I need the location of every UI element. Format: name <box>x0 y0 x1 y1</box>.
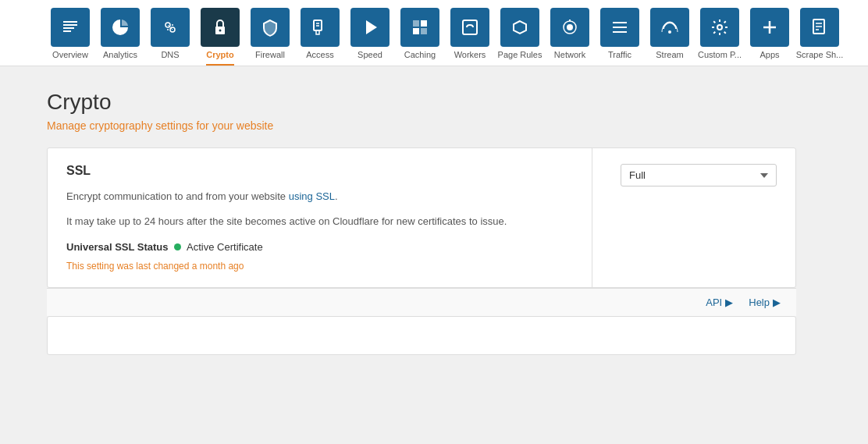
svg-marker-15 <box>366 20 377 34</box>
nav-item-dns[interactable]: DNS <box>147 8 194 66</box>
nav-label-caching: Caching <box>404 50 436 66</box>
nav-item-firewall[interactable]: Firewall <box>247 8 293 66</box>
top-nav-bar: Overview Analytics DNS Crypto Firewall <box>0 0 868 66</box>
ssl-note: It may take up to 24 hours after the sit… <box>66 214 573 229</box>
nav-label-apps: Apps <box>760 50 779 66</box>
speed-icon <box>350 8 390 47</box>
scrapeshield-icon <box>800 8 839 47</box>
nav-item-scrapeshield[interactable]: Scrape Sh... <box>796 8 843 66</box>
svg-rect-25 <box>613 22 627 23</box>
apps-icon <box>750 8 789 47</box>
help-link[interactable]: Help ▶ <box>749 297 781 308</box>
ssl-card-right: Full Off Flexible Full (Strict) <box>592 148 795 287</box>
nav-label-dns: DNS <box>161 50 179 66</box>
help-arrow-icon: ▶ <box>773 297 781 308</box>
help-label: Help <box>749 297 770 308</box>
nav-label-network: Network <box>554 50 585 66</box>
svg-rect-0 <box>63 21 77 23</box>
stream-icon <box>650 8 689 47</box>
nav-item-caching[interactable]: Caching <box>397 8 443 66</box>
caching-icon <box>400 8 439 47</box>
nav-label-pagerules: Page Rules <box>498 50 542 66</box>
ssl-status-dot <box>174 243 181 250</box>
nav-item-custom[interactable]: Custom P... <box>696 8 743 66</box>
svg-rect-17 <box>421 20 427 27</box>
svg-rect-12 <box>316 30 319 34</box>
nav-label-access: Access <box>306 50 333 66</box>
svg-rect-1 <box>63 24 77 26</box>
api-link[interactable]: API ▶ <box>706 297 733 308</box>
nav-label-overview: Overview <box>52 50 88 66</box>
workers-icon <box>450 8 489 47</box>
dns-icon <box>151 8 190 47</box>
nav-item-analytics[interactable]: Analytics <box>97 8 144 66</box>
second-card <box>47 316 796 355</box>
nav-item-stream[interactable]: Stream <box>646 8 693 66</box>
access-icon <box>301 8 340 47</box>
nav-item-crypto[interactable]: Crypto <box>197 8 244 66</box>
nav-label-stream: Stream <box>656 50 683 66</box>
nav-label-analytics: Analytics <box>103 50 137 66</box>
nav-item-access[interactable]: Access <box>297 8 343 66</box>
svg-point-7 <box>172 24 173 26</box>
ssl-section-title: SSL <box>66 164 573 178</box>
nav-label-workers: Workers <box>454 50 486 66</box>
nav-item-network[interactable]: Network <box>546 8 593 66</box>
ssl-desc-text1: Encrypt communication to and from your w… <box>66 190 289 202</box>
crypto-icon <box>201 8 240 47</box>
svg-point-22 <box>567 24 573 30</box>
nav-label-firewall: Firewall <box>255 50 285 66</box>
ssl-card-footer: API ▶ Help ▶ <box>47 288 796 316</box>
overview-icon <box>51 8 90 47</box>
ssl-status-row: Universal SSL Status Active Certificate <box>66 241 573 253</box>
svg-point-29 <box>717 25 722 30</box>
svg-rect-18 <box>413 28 419 34</box>
api-label: API <box>706 297 722 308</box>
ssl-desc-text2: . <box>335 190 338 202</box>
nav-icons-row: Overview Analytics DNS Crypto Firewall <box>47 8 821 66</box>
traffic-icon <box>600 8 639 47</box>
svg-rect-19 <box>421 28 427 34</box>
nav-item-pagerules[interactable]: Page Rules <box>496 8 543 66</box>
ssl-card-left: SSL Encrypt communication to and from yo… <box>48 148 592 287</box>
svg-point-6 <box>167 29 169 30</box>
pagerules-icon <box>500 8 539 47</box>
ssl-status-label: Universal SSL Status <box>66 241 169 253</box>
nav-label-custom: Custom P... <box>698 50 742 66</box>
nav-item-apps[interactable]: Apps <box>746 8 793 66</box>
analytics-icon <box>101 8 140 47</box>
network-icon <box>550 8 589 47</box>
page-title: Crypto <box>47 90 821 115</box>
ssl-card: SSL Encrypt communication to and from yo… <box>47 147 796 288</box>
api-arrow-icon: ▶ <box>725 297 733 308</box>
ssl-last-changed: This setting was last changed a month ag… <box>66 261 573 272</box>
nav-label-scrapeshield: Scrape Sh... <box>796 50 844 66</box>
ssl-status-text: Active Certificate <box>187 241 263 253</box>
svg-point-28 <box>668 30 671 34</box>
svg-rect-3 <box>63 30 71 32</box>
svg-marker-21 <box>514 21 526 34</box>
firewall-icon <box>251 8 290 47</box>
ssl-mode-dropdown[interactable]: Full Off Flexible Full (Strict) <box>621 164 777 186</box>
nav-item-traffic[interactable]: Traffic <box>596 8 643 66</box>
nav-label-speed: Speed <box>358 50 382 66</box>
svg-point-10 <box>219 30 222 32</box>
svg-rect-20 <box>463 20 477 34</box>
svg-rect-27 <box>613 31 627 33</box>
nav-item-overview[interactable]: Overview <box>47 8 94 66</box>
main-content: Crypto Manage cryptography settings for … <box>0 66 868 378</box>
ssl-description: Encrypt communication to and from your w… <box>66 189 573 204</box>
custom-icon <box>700 8 739 47</box>
svg-rect-26 <box>613 27 627 28</box>
svg-rect-16 <box>413 20 419 27</box>
nav-label-traffic: Traffic <box>608 50 631 66</box>
ssl-link[interactable]: using SSL <box>289 190 335 202</box>
nav-item-workers[interactable]: Workers <box>446 8 493 66</box>
nav-item-speed[interactable]: Speed <box>347 8 393 66</box>
page-subtitle: Manage cryptography settings for your we… <box>47 119 821 132</box>
svg-rect-2 <box>63 27 74 29</box>
nav-label-crypto: Crypto <box>206 50 233 66</box>
